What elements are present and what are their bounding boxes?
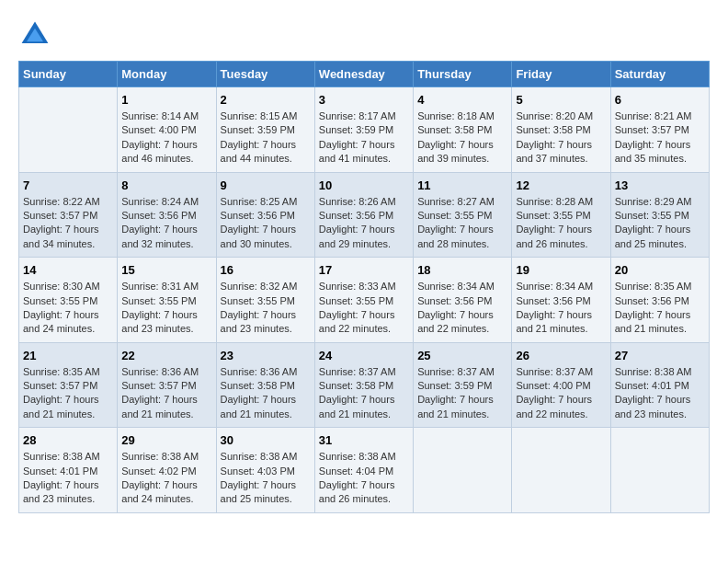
day-info: Sunrise: 8:38 AM Sunset: 4:01 PM Dayligh… <box>23 450 113 507</box>
day-number: 27 <box>615 349 705 362</box>
day-info: Sunrise: 8:36 AM Sunset: 3:57 PM Dayligh… <box>121 365 211 422</box>
calendar-cell: 14Sunrise: 8:30 AM Sunset: 3:55 PM Dayli… <box>19 258 118 343</box>
calendar-week-row: 14Sunrise: 8:30 AM Sunset: 3:55 PM Dayli… <box>19 258 710 343</box>
day-info: Sunrise: 8:18 AM Sunset: 3:58 PM Dayligh… <box>417 109 507 167</box>
calendar-cell <box>414 428 512 513</box>
day-info: Sunrise: 8:35 AM Sunset: 3:56 PM Dayligh… <box>615 280 705 337</box>
day-info: Sunrise: 8:38 AM Sunset: 4:01 PM Dayligh… <box>615 365 705 422</box>
calendar-cell <box>610 428 709 513</box>
day-number: 3 <box>319 93 409 107</box>
day-number: 30 <box>221 433 311 447</box>
header-sunday: Sunday <box>19 62 118 87</box>
logo-icon <box>18 18 51 52</box>
day-info: Sunrise: 8:14 AM Sunset: 4:00 PM Dayligh… <box>121 109 211 167</box>
calendar-cell: 7Sunrise: 8:22 AM Sunset: 3:57 PM Daylig… <box>19 172 118 258</box>
calendar-cell: 10Sunrise: 8:26 AM Sunset: 3:56 PM Dayli… <box>314 172 413 258</box>
day-number: 11 <box>417 178 507 192</box>
day-info: Sunrise: 8:25 AM Sunset: 3:56 PM Dayligh… <box>221 195 311 252</box>
day-number: 12 <box>516 178 606 192</box>
logo <box>18 18 55 52</box>
calendar-cell: 6Sunrise: 8:21 AM Sunset: 3:57 PM Daylig… <box>610 87 709 173</box>
day-number: 20 <box>615 263 705 277</box>
calendar-week-row: 7Sunrise: 8:22 AM Sunset: 3:57 PM Daylig… <box>19 172 710 258</box>
day-number: 23 <box>221 349 311 362</box>
calendar-cell: 15Sunrise: 8:31 AM Sunset: 3:55 PM Dayli… <box>118 258 216 343</box>
calendar-cell <box>512 428 610 513</box>
header-friday: Friday <box>512 62 610 87</box>
day-info: Sunrise: 8:31 AM Sunset: 3:55 PM Dayligh… <box>121 280 211 337</box>
header-tuesday: Tuesday <box>216 62 314 87</box>
day-number: 7 <box>23 178 113 192</box>
calendar-cell: 25Sunrise: 8:37 AM Sunset: 3:59 PM Dayli… <box>414 342 512 428</box>
calendar-cell <box>19 87 118 173</box>
day-number: 8 <box>121 178 211 192</box>
calendar-cell: 26Sunrise: 8:37 AM Sunset: 4:00 PM Dayli… <box>512 342 610 428</box>
calendar-cell: 23Sunrise: 8:36 AM Sunset: 3:58 PM Dayli… <box>216 342 314 428</box>
day-number: 25 <box>417 349 507 362</box>
calendar-cell: 19Sunrise: 8:34 AM Sunset: 3:56 PM Dayli… <box>512 258 610 343</box>
day-info: Sunrise: 8:37 AM Sunset: 4:00 PM Dayligh… <box>516 365 606 422</box>
day-info: Sunrise: 8:38 AM Sunset: 4:03 PM Dayligh… <box>221 450 311 507</box>
day-info: Sunrise: 8:17 AM Sunset: 3:59 PM Dayligh… <box>319 109 409 167</box>
header-saturday: Saturday <box>610 62 709 87</box>
calendar-cell: 29Sunrise: 8:38 AM Sunset: 4:02 PM Dayli… <box>118 428 216 513</box>
calendar-cell: 30Sunrise: 8:38 AM Sunset: 4:03 PM Dayli… <box>216 428 314 513</box>
header-wednesday: Wednesday <box>314 62 413 87</box>
day-info: Sunrise: 8:37 AM Sunset: 3:59 PM Dayligh… <box>417 365 507 422</box>
day-info: Sunrise: 8:37 AM Sunset: 3:58 PM Dayligh… <box>319 365 409 422</box>
calendar-cell: 8Sunrise: 8:24 AM Sunset: 3:56 PM Daylig… <box>118 172 216 258</box>
day-number: 19 <box>516 263 606 277</box>
header-thursday: Thursday <box>414 62 512 87</box>
calendar-cell: 20Sunrise: 8:35 AM Sunset: 3:56 PM Dayli… <box>610 258 709 343</box>
day-number: 31 <box>319 433 409 447</box>
day-info: Sunrise: 8:26 AM Sunset: 3:56 PM Dayligh… <box>319 195 409 252</box>
calendar-cell: 24Sunrise: 8:37 AM Sunset: 3:58 PM Dayli… <box>314 342 413 428</box>
day-number: 26 <box>516 349 606 362</box>
calendar-cell: 22Sunrise: 8:36 AM Sunset: 3:57 PM Dayli… <box>118 342 216 428</box>
day-number: 2 <box>221 93 311 107</box>
day-number: 24 <box>319 349 409 362</box>
calendar-header-row: SundayMondayTuesdayWednesdayThursdayFrid… <box>19 62 710 87</box>
day-number: 6 <box>615 93 705 107</box>
day-number: 16 <box>221 263 311 277</box>
day-info: Sunrise: 8:27 AM Sunset: 3:55 PM Dayligh… <box>417 195 507 252</box>
day-info: Sunrise: 8:34 AM Sunset: 3:56 PM Dayligh… <box>417 280 507 337</box>
day-number: 17 <box>319 263 409 277</box>
day-info: Sunrise: 8:30 AM Sunset: 3:55 PM Dayligh… <box>23 280 113 337</box>
day-number: 28 <box>23 433 113 447</box>
day-info: Sunrise: 8:38 AM Sunset: 4:02 PM Dayligh… <box>121 450 211 507</box>
day-number: 21 <box>23 349 113 362</box>
day-info: Sunrise: 8:15 AM Sunset: 3:59 PM Dayligh… <box>221 109 311 167</box>
day-info: Sunrise: 8:24 AM Sunset: 3:56 PM Dayligh… <box>121 195 211 252</box>
day-number: 4 <box>417 93 507 107</box>
day-info: Sunrise: 8:34 AM Sunset: 3:56 PM Dayligh… <box>516 280 606 337</box>
day-info: Sunrise: 8:29 AM Sunset: 3:55 PM Dayligh… <box>615 195 705 252</box>
day-info: Sunrise: 8:38 AM Sunset: 4:04 PM Dayligh… <box>319 450 409 507</box>
day-info: Sunrise: 8:21 AM Sunset: 3:57 PM Dayligh… <box>615 109 705 167</box>
calendar-cell: 27Sunrise: 8:38 AM Sunset: 4:01 PM Dayli… <box>610 342 709 428</box>
calendar-cell: 11Sunrise: 8:27 AM Sunset: 3:55 PM Dayli… <box>414 172 512 258</box>
calendar-cell: 17Sunrise: 8:33 AM Sunset: 3:55 PM Dayli… <box>314 258 413 343</box>
page-header <box>18 18 710 52</box>
calendar-cell: 4Sunrise: 8:18 AM Sunset: 3:58 PM Daylig… <box>414 87 512 173</box>
calendar-cell: 3Sunrise: 8:17 AM Sunset: 3:59 PM Daylig… <box>314 87 413 173</box>
calendar-week-row: 1Sunrise: 8:14 AM Sunset: 4:00 PM Daylig… <box>19 87 710 173</box>
day-number: 18 <box>417 263 507 277</box>
day-info: Sunrise: 8:35 AM Sunset: 3:57 PM Dayligh… <box>23 365 113 422</box>
day-info: Sunrise: 8:33 AM Sunset: 3:55 PM Dayligh… <box>319 280 409 337</box>
day-number: 5 <box>516 93 606 107</box>
day-info: Sunrise: 8:20 AM Sunset: 3:58 PM Dayligh… <box>516 109 606 167</box>
calendar-cell: 28Sunrise: 8:38 AM Sunset: 4:01 PM Dayli… <box>19 428 118 513</box>
calendar-table: SundayMondayTuesdayWednesdayThursdayFrid… <box>18 61 710 513</box>
day-info: Sunrise: 8:28 AM Sunset: 3:55 PM Dayligh… <box>516 195 606 252</box>
day-number: 14 <box>23 263 113 277</box>
calendar-cell: 16Sunrise: 8:32 AM Sunset: 3:55 PM Dayli… <box>216 258 314 343</box>
calendar-cell: 21Sunrise: 8:35 AM Sunset: 3:57 PM Dayli… <box>19 342 118 428</box>
day-number: 29 <box>121 433 211 447</box>
calendar-cell: 1Sunrise: 8:14 AM Sunset: 4:00 PM Daylig… <box>118 87 216 173</box>
header-monday: Monday <box>118 62 216 87</box>
calendar-week-row: 28Sunrise: 8:38 AM Sunset: 4:01 PM Dayli… <box>19 428 710 513</box>
calendar-cell: 12Sunrise: 8:28 AM Sunset: 3:55 PM Dayli… <box>512 172 610 258</box>
calendar-cell: 9Sunrise: 8:25 AM Sunset: 3:56 PM Daylig… <box>216 172 314 258</box>
calendar-cell: 18Sunrise: 8:34 AM Sunset: 3:56 PM Dayli… <box>414 258 512 343</box>
